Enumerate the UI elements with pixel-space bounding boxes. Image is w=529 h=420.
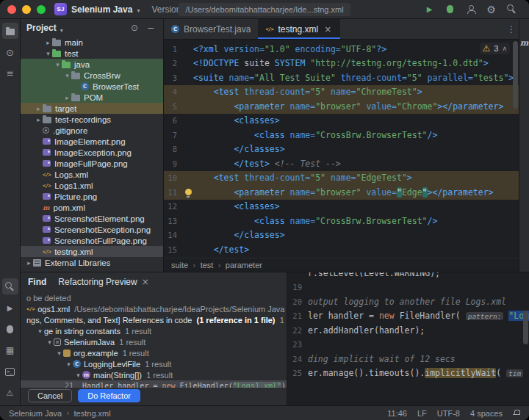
code-line[interactable]: 15 </test>: [164, 242, 519, 257]
find-row[interactable]: ngs, Comments, and Text] References in c…: [21, 314, 287, 325]
tree-item-pom[interactable]: POM: [21, 92, 163, 103]
titlebar-search-button[interactable]: [505, 1, 522, 18]
tree-item-test[interactable]: test: [21, 48, 163, 59]
tree-item-testng-xml[interactable]: testng.xml: [21, 246, 163, 257]
stripe-project-button[interactable]: [2, 23, 18, 39]
code-line[interactable]: 5 <parameter name="browser" value="Chrom…: [164, 99, 519, 114]
tree-item-imagefullpage-png[interactable]: ImageFullPage.png: [21, 158, 163, 169]
tree-item-screenshotelement-png[interactable]: ScreenshotElement.png: [21, 213, 163, 224]
intention-bulb-icon[interactable]: [185, 189, 192, 195]
code-line[interactable]: 21ler handler = new FileHandler( pattern…: [287, 309, 529, 324]
status-encoding[interactable]: UTF-8: [437, 409, 460, 418]
cancel-button[interactable]: Cancel: [28, 389, 72, 402]
tree-item-imageelement-png[interactable]: ImageElement.png: [21, 136, 163, 147]
tree-item-gitignore[interactable]: .gitignore: [21, 125, 163, 136]
tab-testng-xml[interactable]: testng.xml: [258, 19, 340, 39]
tree-chevron-icon[interactable]: [44, 39, 52, 46]
code-line[interactable]: 10 <test thread-count="5" name="EdgeTest…: [164, 171, 519, 186]
find-row[interactable]: 21 Handler handler = new FileHandler("Lo…: [21, 380, 287, 388]
do-refactor-button[interactable]: Do Refactor: [78, 389, 140, 402]
find-row[interactable]: LoggingLevlFile 1 result: [21, 358, 287, 369]
tree-item-screenshotfullpage-png[interactable]: ScreenshotFullPage.png: [21, 235, 163, 246]
find-row[interactable]: ogs1.xml /Users/debomitabhattacharjee/Id…: [21, 303, 287, 314]
titlebar-debug-button[interactable]: [444, 1, 460, 18]
tree-item-test-recordings[interactable]: test-recordings: [21, 114, 163, 125]
tree-item-imageexception-png[interactable]: ImageException.png: [21, 147, 163, 158]
tree-chevron-icon[interactable]: [35, 105, 43, 112]
code-line[interactable]: 3<suite name="All Test Suite" thread-cou…: [164, 70, 519, 85]
titlebar-person-button[interactable]: [464, 1, 481, 18]
tree-chevron-icon[interactable]: [63, 72, 71, 79]
code-line[interactable]: 19: [287, 280, 529, 295]
tree-item-main[interactable]: main: [21, 37, 163, 48]
collapse-button[interactable]: [144, 21, 157, 35]
code-line[interactable]: 9 </test> <!-- Test -->: [164, 156, 519, 171]
code-line[interactable]: 24ding implicit wait of 12 secs: [287, 352, 529, 366]
project-widget[interactable]: SJ Selenium Java: [54, 3, 140, 15]
code-line[interactable]: 20output logging to another file Logs.xm…: [287, 294, 529, 309]
code-line[interactable]: 25er.manage().timeouts().implicitlyWait(…: [287, 366, 529, 381]
close-tab-icon[interactable]: [140, 277, 151, 287]
tree-item-java[interactable]: java: [21, 59, 163, 70]
find-row[interactable]: main(String[]) 1 result: [21, 369, 287, 380]
breadcrumb-parameter[interactable]: parameter: [226, 261, 262, 269]
status-file[interactable]: testng.xml: [74, 409, 111, 418]
status-line-ending[interactable]: LF: [417, 409, 427, 418]
notifications-bell-icon[interactable]: [513, 410, 520, 417]
breadcrumb-test[interactable]: test: [201, 261, 214, 269]
code-line[interactable]: 7 <class name="CrossBrw.BrowserTest"/>: [164, 128, 519, 142]
tree-item-logs-xml[interactable]: Logs.xml: [21, 169, 163, 180]
code-line[interactable]: 4 <test thread-count="5" name="ChromeTes…: [164, 85, 519, 100]
locate-button[interactable]: [128, 21, 141, 35]
stripe-find-button[interactable]: [2, 278, 18, 294]
tree-item-target[interactable]: target: [21, 103, 163, 114]
code-line[interactable]: 11 <parameter name="browser" value="Edge…: [164, 185, 519, 200]
status-indent[interactable]: 4 spaces: [470, 409, 503, 418]
stripe-structure-button[interactable]: [2, 65, 18, 82]
window-minimize-button[interactable]: [22, 5, 31, 14]
tree-chevron-icon[interactable]: [35, 116, 43, 123]
tree-item-picture-png[interactable]: Picture.png: [21, 191, 163, 202]
stripe-debug-button[interactable]: [2, 321, 18, 337]
code-line[interactable]: 1<?xml version="1.0" encoding="UTF-8"?>: [164, 42, 519, 57]
code-line[interactable]: r.setLevel(Level.WARNING);: [287, 272, 529, 280]
titlebar-gear-button[interactable]: [485, 1, 501, 18]
code-line[interactable]: 12 <classes>: [164, 200, 519, 214]
stripe-services-button[interactable]: [2, 342, 18, 358]
find-chevron-icon[interactable]: [55, 350, 63, 357]
tree-chevron-icon[interactable]: [25, 259, 33, 267]
editor-scrollbar[interactable]: [513, 41, 518, 109]
find-chevron-icon[interactable]: [65, 361, 73, 368]
tree-item-crossbrw[interactable]: CrossBrw: [21, 70, 163, 81]
find-row[interactable]: org.example 1 result: [21, 347, 287, 358]
tree-item-external-libraries[interactable]: External Libraries: [21, 257, 163, 268]
tree-chevron-icon[interactable]: [63, 94, 71, 101]
find-row[interactable]: ge in string constants 1 result: [21, 325, 287, 336]
code-line[interactable]: 22er.addHandler(handler);: [287, 323, 529, 338]
tree-item-pom-xml[interactable]: pom.xml: [21, 202, 163, 213]
code-line[interactable]: 8 </classes>: [164, 142, 519, 157]
inspections-widget[interactable]: 3: [480, 43, 510, 54]
tree-item-screenshotexception-png[interactable]: ScreenshotException.png: [21, 224, 163, 235]
code-editor[interactable]: 1<?xml version="1.0" encoding="UTF-8"?>2…: [164, 40, 519, 258]
preview-scrollbar[interactable]: [523, 311, 528, 344]
stripe-run-button[interactable]: [2, 300, 18, 316]
code-line[interactable]: 6 <classes>: [164, 114, 519, 128]
tree-chevron-icon[interactable]: [54, 61, 62, 68]
close-tab-icon[interactable]: [323, 24, 333, 35]
tree-item-browsertest[interactable]: BrowserTest: [21, 81, 163, 92]
breadcrumb-suite[interactable]: suite: [171, 261, 188, 269]
tab-options-icon[interactable]: [504, 22, 519, 37]
tab-refactoring-preview[interactable]: Refactoring Preview: [58, 272, 150, 291]
code-line[interactable]: 2<!DOCTYPE suite SYSTEM "http://testng.o…: [164, 57, 519, 71]
find-row[interactable]: SeleniumJava 1 result: [21, 336, 287, 347]
code-line[interactable]: 14 </classes>: [164, 228, 519, 243]
tree-item-logs1-xml[interactable]: Logs1.xml: [21, 180, 163, 191]
code-line[interactable]: 13 <class name="CrossBrw.BrowserTest"/>: [164, 214, 519, 228]
code-line[interactable]: 23: [287, 338, 529, 352]
tree-chevron-icon[interactable]: [44, 50, 52, 57]
stripe-commit-button[interactable]: [2, 44, 18, 60]
titlebar-run-button[interactable]: [423, 1, 439, 18]
file-path[interactable]: /Users/debomitabhattacharjee/Ide...stng.…: [178, 3, 350, 16]
find-row[interactable]: o be deleted: [21, 292, 287, 303]
